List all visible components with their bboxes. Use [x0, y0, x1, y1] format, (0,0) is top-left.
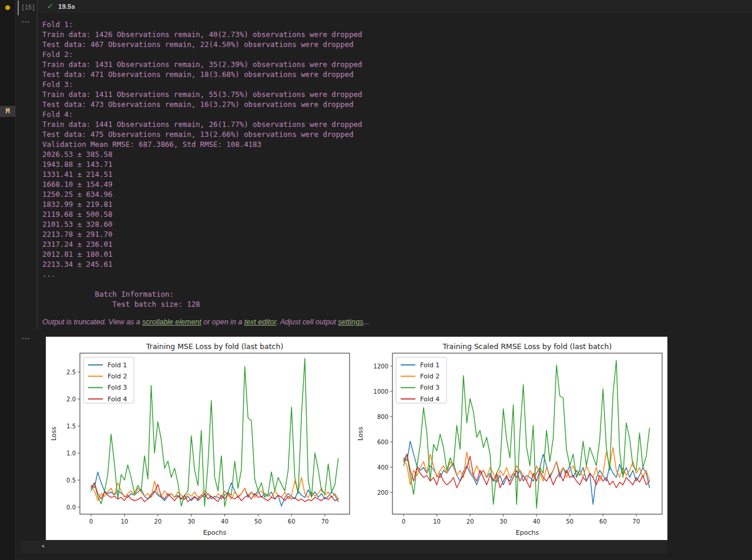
text-editor-link[interactable]: text editor [244, 318, 276, 326]
x-tick-label: 30 [499, 518, 507, 525]
truncation-text: or open in a [202, 318, 244, 326]
output-container-border [37, 0, 38, 329]
y-tick-label: 1200 [374, 363, 388, 370]
rmse-loss-chart: Training Scaled RMSE Loss by fold (last … [357, 337, 667, 540]
truncation-text: ... [363, 318, 369, 326]
output-more-actions-button[interactable]: ··· [22, 18, 31, 25]
legend-label: Fold 2 [108, 373, 127, 380]
editor-gutter-strip [0, 0, 15, 560]
x-tick-label: 70 [633, 518, 640, 525]
legend-label: Fold 1 [420, 361, 439, 369]
y-tick-label: 400 [377, 464, 388, 471]
y-tick-label: 2.5 [66, 369, 76, 375]
y-tick-label: 0.5 [66, 477, 76, 484]
x-tick-label: 70 [321, 518, 329, 525]
mse-loss-chart: Training MSE Loss by fold (last batch)0.… [46, 337, 357, 540]
cell-output-text: Fold 1: Train data: 1426 Observations re… [42, 19, 362, 309]
legend-label: Fold 4 [108, 395, 127, 403]
x-axis-label: Epochs [516, 529, 539, 536]
x-tick-label: 30 [187, 518, 195, 525]
legend-label: Fold 3 [108, 384, 127, 391]
y-axis-label: Loss [357, 427, 364, 441]
vscode-notebook-output-screen: M [15] ✓ 19.5s ··· Fold 1: Train data: 1… [0, 0, 752, 560]
git-modified-marker: M [0, 106, 15, 117]
scrollable-element-link[interactable]: scrollable element [142, 318, 202, 326]
x-tick-label: 0 [402, 518, 405, 525]
y-tick-label: 800 [377, 414, 388, 420]
x-tick-label: 0 [89, 518, 93, 525]
cell-status-bar [38, 0, 752, 13]
execution-duration: 19.5s [58, 3, 75, 10]
y-tick-label: 600 [377, 439, 388, 445]
y-tick-label: 1.5 [66, 423, 76, 430]
success-check-icon: ✓ [47, 2, 53, 11]
scrollbar-left-arrow-icon[interactable]: ◂ [41, 542, 44, 549]
legend-label: Fold 3 [420, 384, 439, 391]
x-tick-label: 20 [466, 518, 474, 525]
legend: Fold 1Fold 2Fold 3Fold 4 [396, 357, 446, 403]
matplotlib-figure-output: Training MSE Loss by fold (last batch)0.… [46, 337, 667, 540]
truncation-text: Output is truncated. View as a [42, 318, 142, 326]
truncation-text: . Adjust cell output [276, 318, 338, 326]
horizontal-scrollbar-track[interactable] [21, 541, 667, 554]
chart-title: Training Scaled RMSE Loss by fold (last … [442, 342, 612, 351]
x-tick-label: 20 [154, 518, 162, 525]
x-tick-label: 50 [566, 518, 573, 525]
y-tick-label: 0.0 [66, 504, 76, 511]
x-tick-label: 10 [433, 518, 441, 525]
x-tick-label: 50 [254, 518, 262, 525]
chart-title: Training MSE Loss by fold (last batch) [146, 342, 284, 351]
output-truncated-message: Output is truncated. View as a scrollabl… [42, 318, 370, 326]
x-tick-label: 60 [288, 518, 296, 525]
execution-count-label: [15] [21, 4, 35, 11]
y-axis-label: Loss [50, 427, 58, 441]
cell-run-indicator-dot [5, 5, 10, 10]
cell-focus-bar [18, 1, 19, 15]
y-tick-label: 1.0 [66, 450, 76, 457]
legend-label: Fold 1 [108, 361, 127, 369]
legend-label: Fold 4 [420, 395, 439, 403]
legend: Fold 1Fold 2Fold 3Fold 4 [83, 357, 134, 403]
x-tick-label: 40 [221, 518, 229, 525]
x-axis-label: Epochs [203, 529, 227, 536]
x-tick-label: 60 [599, 518, 607, 525]
y-tick-label: 200 [377, 489, 388, 496]
gutter-divider [15, 0, 16, 560]
x-tick-label: 40 [533, 518, 540, 525]
y-tick-label: 2.0 [66, 396, 76, 403]
y-tick-label: 1000 [374, 388, 388, 395]
legend-label: Fold 2 [420, 373, 439, 380]
x-tick-label: 10 [120, 518, 128, 525]
settings-link[interactable]: settings [338, 318, 363, 326]
plot-output-more-actions-button[interactable]: ··· [22, 335, 31, 342]
